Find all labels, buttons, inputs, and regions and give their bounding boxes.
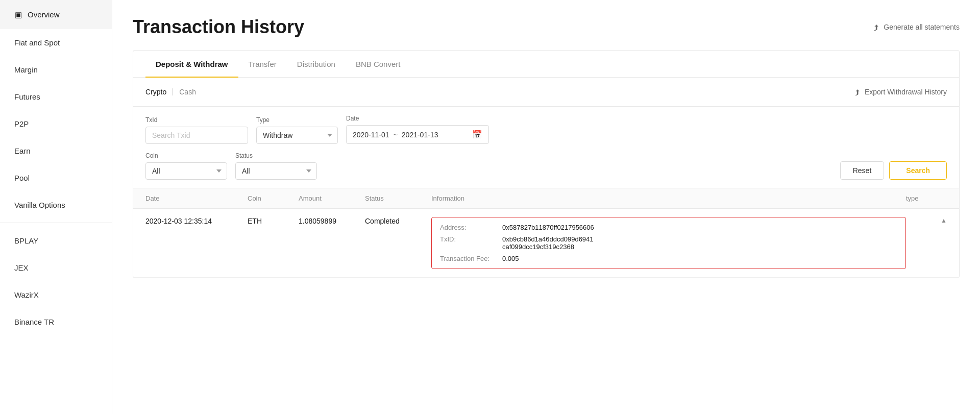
content-card: Deposit & Withdraw Transfer Distribution… — [133, 50, 960, 278]
sidebar-item-fiat-and-spot[interactable]: Fiat and Spot — [0, 29, 112, 56]
export-withdrawal-btn[interactable]: ⮭ Export Withdrawal History — [854, 88, 947, 96]
calendar-icon[interactable]: 📅 — [472, 130, 482, 139]
main-content: Transaction History ⮭ Generate all state… — [112, 0, 980, 414]
page-header: Transaction History ⮭ Generate all state… — [133, 16, 960, 38]
header-coin: Coin — [248, 194, 299, 202]
cell-status: Completed — [365, 217, 431, 225]
fee-label: Transaction Fee: — [440, 255, 496, 262]
header-information: Information — [431, 194, 906, 202]
coin-label: Coin — [145, 152, 227, 159]
info-row-address: Address: 0x587827b11870ff0217956606 — [440, 224, 897, 231]
sub-tab-divider — [173, 88, 173, 95]
status-filter-group: Status All Completed Pending Failed — [235, 152, 317, 180]
sidebar-divider — [0, 223, 112, 223]
table-header: Date Coin Amount Status Information type — [133, 188, 959, 209]
main-tabs: Deposit & Withdraw Transfer Distribution… — [133, 51, 959, 78]
cell-amount: 1.08059899 — [299, 217, 365, 225]
txid-input[interactable] — [145, 127, 248, 144]
sidebar-item-p2p[interactable]: P2P — [0, 110, 112, 137]
date-label: Date — [346, 115, 489, 122]
search-button[interactable]: Search — [889, 161, 947, 180]
sidebar-item-vanilla-options[interactable]: Vanilla Options — [0, 191, 112, 218]
sub-tabs: Crypto Cash ⮭ Export Withdrawal History — [133, 78, 959, 107]
sidebar-item-bplay[interactable]: BPLAY — [0, 227, 112, 254]
cell-coin: ETH — [248, 217, 299, 225]
address-label: Address: — [440, 224, 496, 231]
cell-info: Address: 0x587827b11870ff0217956606 TxID… — [431, 217, 906, 269]
page-title: Transaction History — [133, 16, 304, 38]
type-select[interactable]: Withdraw Deposit — [256, 127, 338, 144]
status-label: Status — [235, 152, 317, 159]
generate-statements-link[interactable]: ⮭ Generate all statements — [873, 23, 960, 32]
sidebar-item-wazirx[interactable]: WazirX — [0, 281, 112, 308]
txid-value: 0xb9cb86d1a46ddcd099d6941 caf099dcc19cf3… — [502, 235, 594, 251]
date-to: 2021-01-13 — [402, 131, 438, 139]
sub-tab-crypto[interactable]: Crypto — [145, 86, 166, 98]
sidebar-item-pool[interactable]: Pool — [0, 164, 112, 191]
overview-icon: ▣ — [14, 11, 22, 19]
sidebar-item-margin[interactable]: Margin — [0, 56, 112, 83]
date-filter-group: Date 2020-11-01 ~ 2021-01-13 📅 — [346, 115, 489, 144]
sidebar-item-jex[interactable]: JEX — [0, 254, 112, 281]
address-value: 0x587827b11870ff0217956606 — [502, 224, 594, 231]
type-label: Type — [256, 116, 338, 124]
tab-deposit-withdraw[interactable]: Deposit & Withdraw — [145, 51, 238, 78]
date-range-picker[interactable]: 2020-11-01 ~ 2021-01-13 📅 — [346, 125, 489, 144]
type-filter-group: Type Withdraw Deposit — [256, 116, 338, 144]
txid-label-cell: TxID: — [440, 235, 496, 243]
header-date: Date — [145, 194, 248, 202]
fee-value: 0.005 — [502, 255, 519, 262]
sidebar: ▣ Overview Fiat and Spot Margin Futures … — [0, 0, 112, 414]
table-row: 2020-12-03 12:35:14 ETH 1.08059899 Compl… — [133, 209, 959, 278]
status-select[interactable]: All Completed Pending Failed — [235, 162, 317, 180]
tab-bnb-convert[interactable]: BNB Convert — [346, 51, 411, 78]
info-row-txid: TxID: 0xb9cb86d1a46ddcd099d6941 caf099dc… — [440, 235, 897, 251]
txid-label: TxId — [145, 116, 248, 124]
sidebar-item-futures[interactable]: Futures — [0, 83, 112, 110]
info-box: Address: 0x587827b11870ff0217956606 TxID… — [431, 217, 906, 269]
tab-distribution[interactable]: Distribution — [287, 51, 346, 78]
sidebar-item-overview[interactable]: ▣ Overview — [0, 0, 112, 29]
header-status: Status — [365, 194, 431, 202]
filters: TxId Type Withdraw Deposit Date 2020-11-… — [133, 107, 959, 188]
generate-statements-label: Generate all statements — [884, 23, 960, 31]
cell-date: 2020-12-03 12:35:14 — [145, 217, 248, 225]
cell-expand[interactable]: ▲ — [906, 217, 947, 224]
header-type: type — [906, 194, 947, 202]
sub-tab-cash[interactable]: Cash — [179, 86, 196, 98]
date-from: 2020-11-01 — [353, 131, 389, 139]
date-tilde: ~ — [394, 131, 398, 139]
chevron-up-icon[interactable]: ▲ — [941, 217, 947, 224]
reset-button[interactable]: Reset — [840, 161, 885, 180]
info-row-fee: Transaction Fee: 0.005 — [440, 255, 897, 262]
sidebar-item-earn[interactable]: Earn — [0, 137, 112, 164]
header-amount: Amount — [299, 194, 365, 202]
external-link-icon: ⮭ — [873, 23, 880, 32]
sidebar-item-binance-tr[interactable]: Binance TR — [0, 308, 112, 335]
export-icon: ⮭ — [854, 88, 862, 96]
coin-filter-group: Coin All ETH BTC BNB — [145, 152, 227, 180]
txid-filter-group: TxId — [145, 116, 248, 144]
coin-select[interactable]: All ETH BTC BNB — [145, 162, 227, 180]
tab-transfer[interactable]: Transfer — [238, 51, 287, 78]
filter-row-2: Coin All ETH BTC BNB Status All Complete… — [145, 152, 947, 180]
filter-actions: Reset Search — [840, 161, 947, 180]
